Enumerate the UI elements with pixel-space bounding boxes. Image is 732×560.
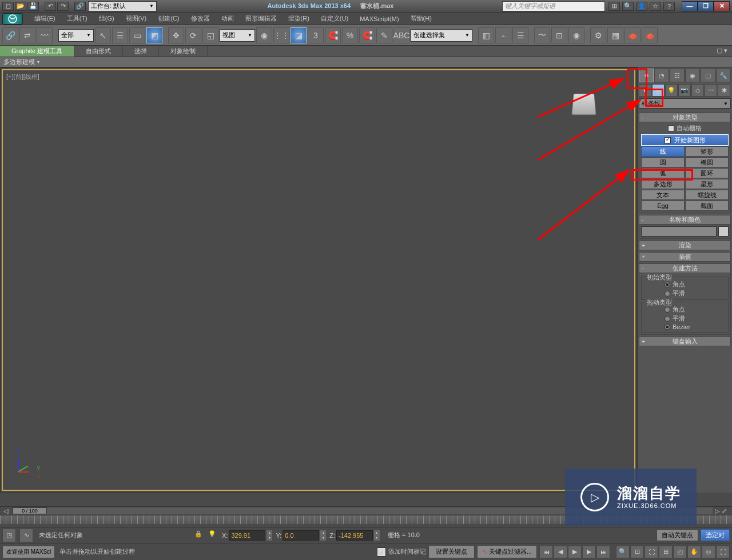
orbit-icon[interactable]: ◎ (702, 546, 715, 558)
redo-icon[interactable]: ↷ (57, 2, 69, 11)
coord-z-input[interactable]: -142.955 (336, 530, 373, 541)
cameras-cat-icon[interactable]: 📷 (678, 84, 691, 97)
move-tool-icon[interactable]: ✥ (168, 27, 184, 43)
menu-create[interactable]: 创建(C) (152, 13, 185, 24)
menu-modifiers[interactable]: 修改器 (185, 13, 216, 24)
menu-help[interactable]: 帮助(H) (405, 13, 437, 24)
helpers-cat-icon[interactable]: ◇ (691, 84, 704, 97)
donut-button[interactable]: 圆环 (685, 168, 729, 178)
window-crossing-icon[interactable]: ◩ (146, 27, 162, 43)
text-button[interactable]: 文本 (641, 190, 685, 200)
spinner-snap-icon[interactable]: 🧲 (359, 27, 375, 43)
link-tool-icon[interactable]: 🔗 (2, 27, 18, 43)
isolate-icon[interactable]: 💡 (208, 530, 218, 541)
save-icon[interactable]: 💾 (27, 2, 39, 11)
egg-button[interactable]: Egg (641, 201, 685, 211)
maxscript-listener[interactable]: 欢迎使用 MAXSci (2, 546, 55, 558)
pan-icon[interactable]: ✋ (687, 546, 701, 558)
time-prev-key-icon[interactable]: ◁ (3, 507, 10, 515)
systems-cat-icon[interactable]: ✱ (718, 84, 730, 97)
helix-button[interactable]: 螺旋线 (685, 190, 729, 200)
drag-smooth-radio[interactable] (665, 316, 670, 322)
select-name-icon[interactable]: ☰ (112, 27, 128, 43)
menu-customize[interactable]: 自定义(U) (315, 13, 354, 24)
add-time-tag-icon[interactable]: ◪ (377, 547, 386, 557)
play-icon[interactable]: ▶ (568, 546, 582, 558)
ribbon-panel-polymodel[interactable]: 多边形建模▾ (0, 57, 732, 67)
selection-lock-button[interactable]: 选定对 (701, 529, 730, 541)
rollout-interpolation[interactable]: +插值 (639, 252, 731, 262)
prev-frame-icon[interactable]: ◀ (554, 546, 567, 558)
percent-snap-icon[interactable]: % (342, 27, 358, 43)
select-region-icon[interactable]: ▭ (129, 27, 145, 43)
key-filters-button[interactable]: ∿ 关键点过滤器... (477, 545, 537, 558)
schematic-view-icon[interactable]: ⊡ (551, 27, 567, 43)
motion-panel-icon[interactable]: ◉ (685, 69, 700, 82)
zoom-extents-icon[interactable]: ⛶ (645, 546, 658, 558)
coord-x-input[interactable]: 329.91 (229, 530, 265, 541)
viewport[interactable]: [+][前][线框] z y x (0, 67, 637, 493)
select-object-icon[interactable]: ↖ (95, 27, 111, 43)
menu-maxscript[interactable]: MAXScript(M) (354, 14, 404, 23)
goto-start-icon[interactable]: ⏮ (539, 546, 553, 558)
time-slider-handle[interactable]: 0 / 100 (13, 507, 47, 514)
app-menu-icon[interactable] (2, 13, 23, 25)
rotate-tool-icon[interactable]: ⟳ (185, 27, 201, 43)
selection-set-dropdown[interactable]: 创建选择集▼ (411, 29, 472, 42)
drag-corner-radio[interactable] (665, 307, 670, 313)
time-expand-icon[interactable]: ⤢ (722, 507, 729, 515)
workspace-dropdown[interactable]: 工作台: 默认 ▼ (88, 1, 157, 11)
utilities-panel-icon[interactable]: 🔧 (716, 69, 731, 82)
maximize-button[interactable]: ❐ (698, 1, 714, 11)
close-button[interactable]: ✕ (714, 1, 730, 11)
initial-smooth-radio[interactable] (665, 291, 670, 297)
zoom-all-icon[interactable]: ⊡ (630, 546, 644, 558)
align-tool-icon[interactable]: ⫠ (495, 27, 511, 43)
star-button[interactable]: 星形 (685, 179, 729, 189)
curve-editor-icon[interactable]: 〜 (534, 27, 550, 43)
rollout-rendering[interactable]: +渲染 (639, 241, 731, 250)
create-panel-icon[interactable]: ✸ (639, 69, 654, 82)
edit-named-sel-icon[interactable]: ✎ (376, 27, 392, 43)
snap-toggle-icon[interactable]: 3 (308, 27, 324, 43)
viewport-label[interactable]: [+][前][线框] (6, 73, 39, 81)
ribbon-tab-graphite[interactable]: Graphite 建模工具 (0, 46, 74, 57)
shapes-cat-icon[interactable]: ◉ (652, 84, 665, 97)
render-setup-icon[interactable]: ⚙ (590, 27, 606, 43)
ribbon-expand-icon[interactable]: ▢ ▾ (712, 46, 732, 57)
bind-space-tool-icon[interactable]: 〰 (37, 27, 53, 43)
hierarchy-panel-icon[interactable]: ☷ (670, 69, 685, 82)
ellipse-button[interactable]: 椭圆 (685, 157, 729, 167)
zoom-icon[interactable]: 🔍 (616, 546, 630, 558)
material-editor-icon[interactable]: ◉ (568, 27, 584, 43)
zoom-extents-all-icon[interactable]: ⊞ (659, 546, 673, 558)
rollout-object-type[interactable]: -对象类型 (639, 113, 731, 122)
goto-end-icon[interactable]: ⏭ (596, 546, 610, 558)
ngon-button[interactable]: 多边形 (641, 179, 685, 189)
mirror-tool-icon[interactable]: ▥ (478, 27, 494, 43)
auto-grid-checkbox[interactable] (668, 125, 674, 131)
track-curve-icon[interactable]: ∿ (19, 529, 33, 542)
new-icon[interactable]: ◻ (2, 2, 14, 11)
rollout-name-color[interactable]: -名称和颜色 (639, 215, 731, 225)
named-sel-icon[interactable]: ABC (393, 27, 409, 43)
menu-views[interactable]: 视图(V) (120, 13, 153, 24)
maximize-viewport-icon[interactable]: ⛶ (716, 546, 730, 558)
minimize-button[interactable]: — (682, 1, 698, 11)
rectangle-button[interactable]: 矩形 (685, 146, 729, 157)
display-panel-icon[interactable]: ▢ (701, 69, 715, 82)
next-frame-icon[interactable]: ▶ (582, 546, 596, 558)
start-new-shape-checkbox[interactable] (665, 137, 671, 143)
geometry-cat-icon[interactable]: ● (639, 84, 651, 97)
rollout-creation-method[interactable]: -创建方法 (639, 263, 731, 273)
coord-y-input[interactable]: 0.0 (283, 530, 319, 541)
signin-icon[interactable]: 👤 (636, 2, 647, 11)
favorites-icon[interactable]: ☆ (650, 2, 661, 11)
keyboard-shortcut-icon[interactable]: ◪ (291, 27, 307, 43)
render-prod-icon[interactable]: 🫖 (642, 27, 658, 43)
scale-tool-icon[interactable]: ◱ (202, 27, 218, 43)
set-key-button[interactable]: 设置关键点 (428, 545, 475, 558)
selection-filter-dropdown[interactable]: 全部▼ (58, 29, 94, 42)
manipulate-icon[interactable]: ⋮⋮ (273, 27, 289, 43)
rollout-keyboard-entry[interactable]: +键盘输入 (639, 337, 731, 346)
